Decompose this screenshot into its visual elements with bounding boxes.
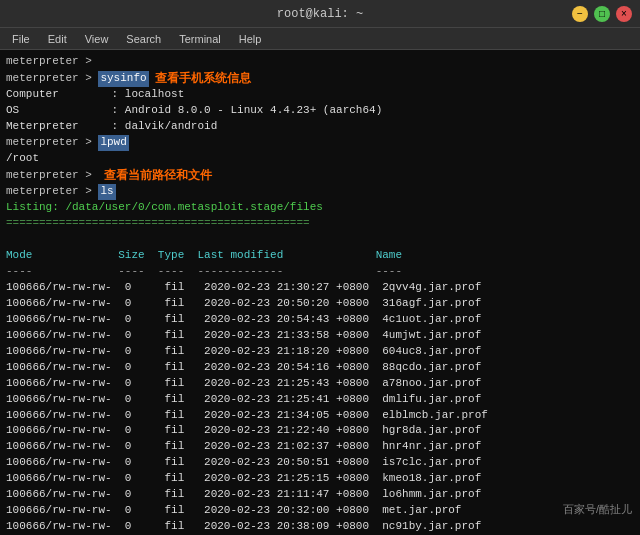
line-ls-cmd: meterpreter > ls xyxy=(6,184,634,200)
file-row-3: 100666/rw-rw-rw- 0 fil 2020-02-23 20:54:… xyxy=(6,312,634,328)
line-header: Mode Size Type Last modified Name xyxy=(6,248,634,264)
line-lpwd-cmd: meterpreter > lpwd xyxy=(6,135,634,151)
line-pwd-result: /root xyxy=(6,151,634,167)
minimize-button[interactable]: − xyxy=(572,6,588,22)
menu-help[interactable]: Help xyxy=(231,31,270,47)
file-row-2: 100666/rw-rw-rw- 0 fil 2020-02-23 20:50:… xyxy=(6,296,634,312)
file-row-7: 100666/rw-rw-rw- 0 fil 2020-02-23 21:25:… xyxy=(6,376,634,392)
file-row-15: 100666/rw-rw-rw- 0 fil 2020-02-23 20:32:… xyxy=(6,503,634,519)
watermark: 百家号/酷扯儿 xyxy=(563,502,632,517)
title-bar: root@kali: ~ − □ × xyxy=(0,0,640,28)
line-sysinfo: meterpreter > sysinfo查看手机系统信息 xyxy=(6,70,634,87)
menu-search[interactable]: Search xyxy=(118,31,169,47)
file-row-16: 100666/rw-rw-rw- 0 fil 2020-02-23 20:38:… xyxy=(6,519,634,535)
file-row-5: 100666/rw-rw-rw- 0 fil 2020-02-23 21:18:… xyxy=(6,344,634,360)
file-row-14: 100666/rw-rw-rw- 0 fil 2020-02-23 21:11:… xyxy=(6,487,634,503)
file-row-12: 100666/rw-rw-rw- 0 fil 2020-02-23 20:50:… xyxy=(6,455,634,471)
title-bar-title: root@kali: ~ xyxy=(68,7,572,21)
menu-terminal[interactable]: Terminal xyxy=(171,31,229,47)
line-blank xyxy=(6,232,634,248)
file-row-8: 100666/rw-rw-rw- 0 fil 2020-02-23 21:25:… xyxy=(6,392,634,408)
menu-view[interactable]: View xyxy=(77,31,117,47)
file-row-4: 100666/rw-rw-rw- 0 fil 2020-02-23 21:33:… xyxy=(6,328,634,344)
file-row-6: 100666/rw-rw-rw- 0 fil 2020-02-23 20:54:… xyxy=(6,360,634,376)
menu-bar: File Edit View Search Terminal Help xyxy=(0,28,640,50)
file-row-9: 100666/rw-rw-rw- 0 fil 2020-02-23 21:34:… xyxy=(6,408,634,424)
line-header2: ---- ---- ---- ------------- ---- xyxy=(6,264,634,280)
line-annotation2: meterpreter > 查看当前路径和文件 xyxy=(6,167,634,184)
file-row-13: 100666/rw-rw-rw- 0 fil 2020-02-23 21:25:… xyxy=(6,471,634,487)
line-computer: Computer : localhost xyxy=(6,87,634,103)
line-sep: ========================================… xyxy=(6,216,634,232)
file-row-11: 100666/rw-rw-rw- 0 fil 2020-02-23 21:02:… xyxy=(6,439,634,455)
line-os: OS : Android 8.0.0 - Linux 4.4.23+ (aarc… xyxy=(6,103,634,119)
close-button[interactable]: × xyxy=(616,6,632,22)
file-row-1: 100666/rw-rw-rw- 0 fil 2020-02-23 21:30:… xyxy=(6,280,634,296)
title-bar-controls: − □ × xyxy=(572,6,632,22)
line-1: meterpreter > xyxy=(6,54,634,70)
menu-file[interactable]: File xyxy=(4,31,38,47)
menu-edit[interactable]: Edit xyxy=(40,31,75,47)
file-row-10: 100666/rw-rw-rw- 0 fil 2020-02-23 21:22:… xyxy=(6,423,634,439)
maximize-button[interactable]: □ xyxy=(594,6,610,22)
terminal[interactable]: meterpreter > meterpreter > sysinfo查看手机系… xyxy=(0,50,640,535)
line-meterpreter-type: Meterpreter : dalvik/android xyxy=(6,119,634,135)
line-listing: Listing: /data/user/0/com.metasploit.sta… xyxy=(6,200,634,216)
